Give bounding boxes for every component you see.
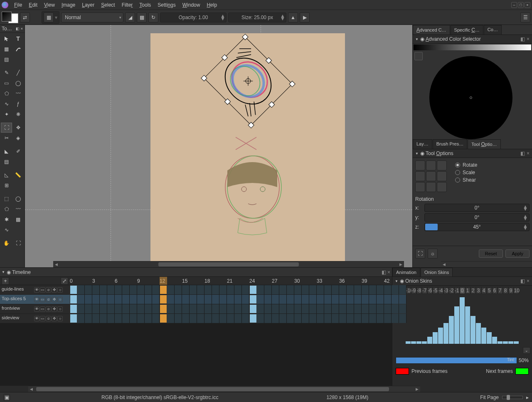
workspace-chooser-icon[interactable]: ☰ [520,12,530,22]
mode-rotate[interactable]: Rotate [455,162,477,168]
menu-settings[interactable]: Settings [154,1,179,9]
layer-prop-icon[interactable]: ☼ [57,316,63,321]
prev-frames-color[interactable] [396,368,409,375]
tool-pattern-edit[interactable]: ▦ [1,44,12,54]
zoom-in-icon[interactable]: ▸ [526,395,529,400]
eraser-toggle-icon[interactable]: ◢ [125,12,135,22]
tool-select-rect[interactable]: ⬚ [1,194,12,204]
timeline-settings-icon[interactable]: ⤢ [61,277,68,285]
menu-filter[interactable]: Filter [118,1,136,9]
tool-select-freehand[interactable]: 〰 [12,204,24,214]
scrollbar-thumb[interactable] [158,262,299,266]
add-layer-icon[interactable]: + [2,277,9,285]
tool-crop[interactable]: ✂ [1,133,12,143]
size-spinbox[interactable]: Size: 25.00 px ▲▼ [228,12,286,22]
tool-multibrush[interactable]: ❋ [12,109,24,119]
tool-color-picker[interactable]: ✐ [12,146,24,156]
color-history-icon[interactable] [414,52,423,60]
float-onion-icon[interactable]: ◧ [520,278,525,284]
layer-prop-icon[interactable]: 👁 [34,287,39,293]
onion-frame-ruler[interactable]: -10-9-8-7-6-5-4-3-2-1012345678910 [392,286,532,296]
transform-preview-icon[interactable]: ☼ [428,249,438,259]
scroll-right-icon[interactable]: ▶ [398,261,404,267]
tool-reference[interactable]: ▤ [1,54,12,64]
window-minimize-icon[interactable]: – [511,2,517,8]
menu-help[interactable]: Help [203,1,220,9]
apply-button[interactable]: Apply [505,249,530,258]
tool-select-polygon[interactable]: ⬠ [1,204,12,214]
scroll-left-icon[interactable]: ◀ [53,261,59,267]
tab-onion-skins[interactable]: Onion Skins [421,268,453,276]
layer-prop-icon[interactable]: α [46,287,51,293]
onion-opacity-bars[interactable] [392,296,532,345]
layer-prop-icon[interactable]: α [46,316,51,321]
tool-ellipse[interactable]: ◯ [12,78,24,88]
swap-colors-icon[interactable]: ⇄ [20,12,30,22]
layer-prop-icon[interactable]: ▭ [40,297,45,302]
layer-prop-icon[interactable]: 👁 [34,297,39,302]
layer-prop-icon[interactable]: ✥ [52,297,57,302]
float-panel-icon[interactable]: ◧ [520,36,525,42]
tool-rectangle[interactable]: ▭ [1,78,12,88]
menu-select[interactable]: Select [98,1,118,9]
layer-prop-icon[interactable]: ▭ [40,287,45,293]
layer-prop-icon[interactable]: ✥ [52,287,57,293]
window-maximize-icon[interactable]: □ [518,2,524,8]
tool-text[interactable]: T [12,34,24,44]
value-slider[interactable] [414,44,531,50]
right-scrollbar-h[interactable]: ◀▶ [441,261,532,267]
rotation-y-spinbox[interactable]: 0°▲▼ [424,213,530,222]
layer-prop-icon[interactable]: ☼ [57,297,63,302]
canvas-scrollbar-h[interactable]: ◀ ▶ [53,261,404,267]
layer-prop-icon[interactable]: α [46,306,51,312]
timeline-ruler[interactable]: 03691215182124273033363942 [70,277,392,285]
tool-calligraphy[interactable] [12,44,24,54]
tool-dynamic-brush[interactable]: ✦ [1,109,12,119]
tool-brush[interactable]: ✎ [1,68,12,78]
layer-prop-icon[interactable]: ▭ [40,306,45,312]
close-onion-icon[interactable]: × [527,278,530,284]
brush-preset-icon[interactable]: ▦ [44,12,54,22]
tool-polygon[interactable]: ⬠ [1,89,12,99]
menu-file[interactable]: File [11,1,25,9]
float-panel-icon-2[interactable]: ◧ [520,150,525,156]
timeline-layer-row[interactable]: Top-slices 5👁▭α✥☼ [0,295,392,304]
menu-layer[interactable]: Layer [79,1,98,9]
rotation-z-spinbox[interactable]: 45°▲▼ [424,223,530,231]
tool-assistants[interactable]: ◺ [1,170,12,180]
selection-mask-icon[interactable]: ▣ [3,394,10,401]
tool-polyline[interactable]: 〰 [12,89,24,99]
layer-prop-icon[interactable]: ▭ [40,316,45,321]
rotation-x-spinbox[interactable]: 0°▲▼ [424,204,530,212]
layer-prop-icon[interactable]: ✥ [52,306,57,312]
tool-cursor[interactable] [1,34,12,44]
timeline-layer-row[interactable]: guide-lines👁▭α✥☼ [0,285,392,295]
tool-pan[interactable]: ✋ [1,238,12,248]
layer-prop-icon[interactable]: ☼ [57,287,63,293]
tab-animation[interactable]: Animation [392,268,420,276]
canvas[interactable] [150,33,345,266]
tab-compositions[interactable]: Co… [484,25,502,35]
onion-collapse-icon[interactable]: ⌄ [523,347,530,354]
reload-preset-icon[interactable]: ↻ [148,12,158,22]
tab-tool-options[interactable]: Tool Optio… [468,139,500,149]
tab-layers[interactable]: Lay… [413,139,432,149]
layer-prop-icon[interactable]: 👁 [34,306,39,312]
fg-color-swatch[interactable] [2,12,12,22]
tab-advanced-color[interactable]: Advanced C… [413,25,450,35]
layer-prop-icon[interactable]: 👁 [34,316,39,321]
tool-gradient[interactable]: ▤ [1,157,12,167]
timeline-layer-row[interactable]: frontview👁▭α✥☼ [0,304,392,314]
color-swatches[interactable] [2,12,18,23]
zoom-slider[interactable] [502,396,523,399]
alpha-lock-icon[interactable]: ▩ [137,12,147,22]
mirror-v-icon[interactable]: ▶ [300,12,310,22]
tool-select-ellipse[interactable]: ◯ [12,194,24,204]
zoom-fit-label[interactable]: Fit Page [480,395,499,400]
tool-line[interactable]: ╱ [12,68,24,78]
canvas-viewport[interactable]: ◀ ▶ [25,25,412,267]
close-panel-icon-2[interactable]: × [527,150,530,156]
tool-free-transform[interactable]: ◈ [12,133,24,143]
mirror-h-icon[interactable]: ▲ [288,12,298,22]
menu-tools[interactable]: Tools [136,1,154,9]
